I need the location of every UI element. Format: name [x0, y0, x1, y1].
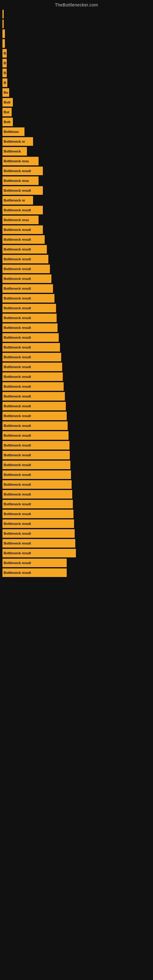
bar-row: Bottleneck result — [2, 490, 153, 499]
bar: Bottlenec — [2, 127, 24, 136]
bar-row: Bottleneck result — [2, 549, 153, 557]
bar-row: Bottleneck result — [2, 500, 153, 508]
bar-label: Bottleneck result — [4, 424, 31, 428]
bar-label: Bott — [4, 100, 10, 104]
bar-row: Bo — [2, 88, 153, 97]
bar: B — [2, 59, 7, 67]
bar-label: Bottleneck result — [4, 238, 31, 241]
bar: Bottleneck result — [2, 294, 54, 302]
bar: Bottleneck result — [2, 274, 51, 283]
bar-label: Bottleneck result — [4, 531, 31, 535]
bar-label: Bottleneck resu — [4, 159, 29, 163]
bar-row: Bottleneck result — [2, 392, 153, 401]
bar-row: Bottleneck result — [2, 313, 153, 322]
bar: Bottleneck result — [2, 431, 69, 440]
bar: Bottleneck result — [2, 568, 67, 577]
bar-row: Bottleneck result — [2, 235, 153, 244]
bar: Bottleneck re — [2, 137, 33, 146]
bar: Bottleneck re — [2, 196, 33, 205]
bar-row: Bottleneck — [2, 147, 153, 156]
bar: Bottleneck result — [2, 372, 63, 381]
bar-label: Bottleneck result — [4, 336, 31, 339]
bar-label: Bottleneck resu — [4, 179, 29, 183]
bar-label: Bottleneck result — [4, 414, 31, 418]
bar-row: Bottleneck result — [2, 245, 153, 254]
bar: Bottleneck result — [2, 323, 57, 332]
bar-label: Bottleneck result — [4, 316, 31, 320]
bar-label: Bottleneck result — [4, 286, 31, 290]
bar: Bottleneck result — [2, 549, 76, 557]
bar-row — [2, 10, 153, 18]
bar: Bottleneck result — [2, 451, 70, 460]
bar: Bottleneck result — [2, 392, 65, 401]
bar: Bottleneck result — [2, 206, 43, 215]
bar: Bottleneck result — [2, 422, 68, 430]
bar: Bottleneck result — [2, 167, 43, 175]
bar-row: B — [2, 59, 153, 67]
bar-row: Bottleneck result — [2, 461, 153, 469]
bar-label: Bottleneck result — [4, 502, 31, 506]
bar-label: Bottleneck result — [4, 189, 31, 192]
bar-row: Bottleneck result — [2, 480, 153, 489]
bar-label: Bottleneck result — [4, 247, 31, 251]
bar — [2, 29, 5, 38]
bar-row: Bottleneck result — [2, 363, 153, 371]
bar-label: Bottleneck result — [4, 473, 31, 477]
bar-row: Bottleneck result — [2, 412, 153, 420]
bar — [2, 39, 5, 48]
bar: Bottleneck resu — [2, 216, 38, 224]
bar-row — [2, 39, 153, 48]
bar-label: Bot — [4, 110, 9, 114]
bar-row: Bottleneck result — [2, 304, 153, 312]
bar-label: Bottleneck result — [4, 395, 31, 398]
bar-row: Bottleneck result — [2, 568, 153, 577]
bar-label: Bottleneck result — [4, 551, 31, 555]
bar-row: Bottleneck result — [2, 353, 153, 361]
bar-row — [2, 20, 153, 28]
bar-row: Bottleneck result — [2, 431, 153, 440]
bar-label: Bottleneck result — [4, 463, 31, 467]
bar-row: Bottleneck result — [2, 422, 153, 430]
bar: Bottleneck result — [2, 343, 60, 352]
bar-row: Bottleneck result — [2, 294, 153, 302]
bar-row: Bottleneck result — [2, 255, 153, 263]
bar-label: Bottleneck result — [4, 492, 31, 496]
bar: Bottleneck result — [2, 480, 72, 489]
bar-row: Bottleneck result — [2, 167, 153, 175]
bar-label: B — [4, 71, 6, 75]
bar: Bottleneck result — [2, 412, 67, 420]
bar-row: Bottleneck result — [2, 539, 153, 547]
bar-row: Bottleneck result — [2, 451, 153, 460]
bar-row: Bottleneck result — [2, 284, 153, 293]
bar: Bottleneck result — [2, 225, 43, 234]
bar-row: Bottleneck result — [2, 558, 153, 567]
bar-row: Bottleneck result — [2, 470, 153, 479]
bar-label: Bottleneck result — [4, 512, 31, 516]
bar-label: Bottleneck result — [4, 296, 31, 300]
bar-row: Bottleneck re — [2, 196, 153, 205]
bar-row — [2, 29, 153, 38]
bar-label: Bottleneck result — [4, 444, 31, 447]
bar-row: Bottleneck result — [2, 529, 153, 538]
bar-row: Bottlenec — [2, 127, 153, 136]
bar: Bottleneck result — [2, 313, 57, 322]
bar: Bottleneck result — [2, 470, 71, 479]
bar: Bottleneck resu — [2, 157, 38, 165]
bar: Bottleneck result — [2, 382, 64, 391]
bar: B — [2, 49, 7, 57]
bar: Bottleneck result — [2, 353, 61, 361]
bar-row: Bottleneck result — [2, 265, 153, 273]
bar-label: Bottleneck result — [4, 453, 31, 457]
bar: Bottleneck result — [2, 519, 74, 528]
bar-label: Bottleneck result — [4, 169, 31, 173]
bar: Bott — [2, 118, 13, 126]
bar-label: Bo — [4, 91, 8, 94]
bar-label: Bottleneck result — [4, 561, 31, 565]
bar-row: Bottleneck result — [2, 343, 153, 352]
bar: Bottleneck result — [2, 539, 75, 547]
bar-label: Bottleneck result — [4, 267, 31, 271]
bar-label: Bottleneck result — [4, 355, 31, 359]
bar-label: Bottleneck re — [4, 140, 25, 143]
bar-row: Bottleneck re — [2, 137, 153, 146]
bar-label: Bottlenec — [4, 130, 19, 134]
